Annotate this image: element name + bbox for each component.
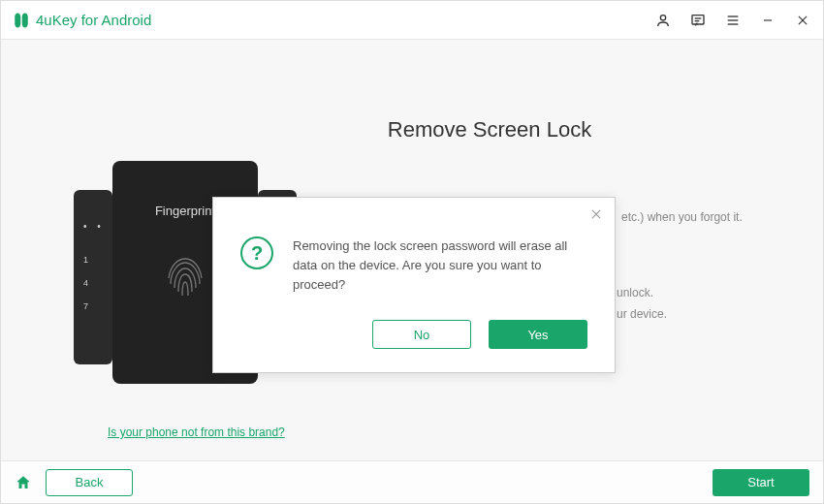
info-fragment: unlock. ur device. <box>617 282 667 325</box>
app-window: 4uKey for Android Remove Screen Lock etc… <box>0 0 824 504</box>
dialog-message: Removing the lock screen password will e… <box>293 236 587 295</box>
svg-point-0 <box>660 15 665 19</box>
info-line: unlock. <box>617 282 667 303</box>
close-button[interactable] <box>794 12 811 29</box>
pin-num: 1 <box>83 248 88 271</box>
app-title: 4uKey for Android <box>36 12 151 28</box>
fingerprint-icon <box>161 245 209 303</box>
phone-pattern-mock: • • 1 4 7 <box>74 190 112 364</box>
footer: Back Start <box>1 460 823 503</box>
content-area: Remove Screen Lock etc.) when you forgot… <box>1 40 823 460</box>
confirm-dialog: ? Removing the lock screen password will… <box>212 197 616 373</box>
titlebar: 4uKey for Android <box>1 1 823 40</box>
pin-num: 7 <box>83 295 88 318</box>
yes-button[interactable]: Yes <box>489 320 587 349</box>
home-icon[interactable] <box>15 474 32 491</box>
no-button[interactable]: No <box>372 320 471 349</box>
brand-help-link[interactable]: Is your phone not from this brand? <box>108 425 285 439</box>
back-button[interactable]: Back <box>46 469 133 496</box>
pin-numbers: 1 4 7 <box>83 248 88 318</box>
close-icon[interactable] <box>589 207 603 225</box>
pattern-dots: • • <box>83 221 105 232</box>
page-hint-fragment: etc.) when you forgot it. <box>621 210 743 224</box>
app-logo: 4uKey for Android <box>13 12 151 29</box>
svg-rect-1 <box>692 15 704 23</box>
info-line: ur device. <box>617 303 667 325</box>
logo-icon <box>13 12 30 29</box>
menu-icon[interactable] <box>724 12 742 29</box>
pin-num: 4 <box>83 271 88 295</box>
question-icon: ? <box>240 236 273 269</box>
minimize-button[interactable] <box>759 12 776 29</box>
start-button[interactable]: Start <box>713 469 809 496</box>
page-title: Remove Screen Lock <box>195 117 784 142</box>
feedback-icon[interactable] <box>689 12 707 29</box>
account-icon[interactable] <box>654 12 672 29</box>
